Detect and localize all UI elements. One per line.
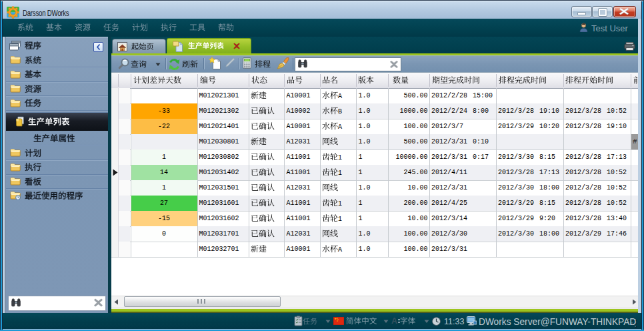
svg-text:1: 1: [338, 154, 342, 161]
svg-text:A: A: [338, 93, 342, 100]
svg-text:1: 1: [338, 216, 342, 223]
svg-text:A: A: [338, 123, 342, 131]
svg-text:B: B: [338, 108, 342, 115]
svg-text:1: 1: [338, 170, 342, 177]
svg-text:1: 1: [338, 200, 342, 208]
svg-text:A: A: [338, 246, 342, 254]
